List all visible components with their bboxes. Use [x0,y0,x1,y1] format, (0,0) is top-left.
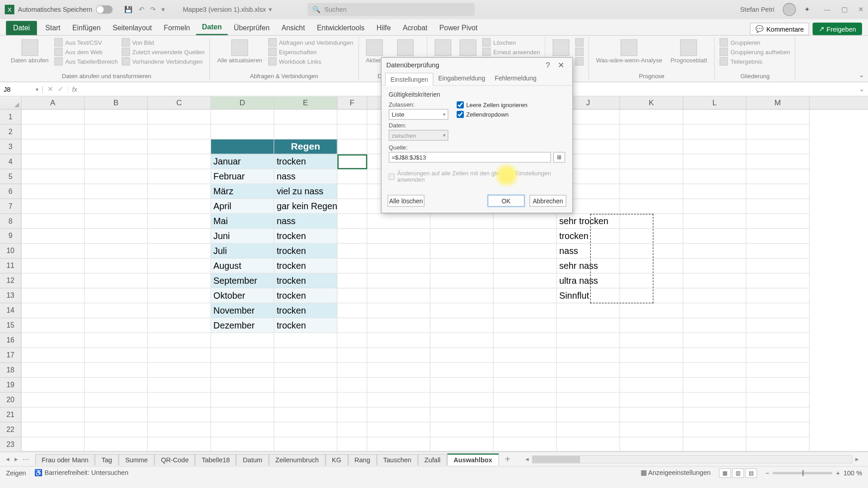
cell[interactable] [85,184,148,199]
cell[interactable] [21,378,85,393]
cell[interactable] [21,363,85,378]
cell[interactable] [85,229,148,244]
cell[interactable] [337,110,367,125]
cell[interactable] [85,378,148,393]
cell[interactable] [21,408,85,422]
cell[interactable] [148,333,211,348]
cell[interactable] [683,333,746,348]
redo-icon[interactable]: ↷ [150,6,156,14]
cell[interactable] [557,318,620,333]
tab-hilfe[interactable]: Hilfe [371,21,397,35]
cell[interactable] [367,437,430,452]
cell[interactable]: Januar [211,155,274,169]
cell[interactable] [148,303,211,318]
cell[interactable] [367,408,430,422]
row-header-13[interactable]: 13 [0,288,21,303]
cell[interactable] [21,125,85,140]
cell[interactable] [430,288,494,303]
cell[interactable] [21,273,85,288]
row-header-4[interactable]: 4 [0,155,21,169]
cell[interactable] [367,393,430,408]
tab-ueberpruefen[interactable]: Überprüfen [228,21,276,35]
row-header-14[interactable]: 14 [0,303,21,318]
cell[interactable] [148,437,211,452]
autosave-toggle[interactable] [96,5,113,14]
row-header-16[interactable]: 16 [0,333,21,348]
cell[interactable] [337,140,367,155]
cell[interactable] [746,155,810,169]
cell[interactable] [494,288,557,303]
row-header-18[interactable]: 18 [0,363,21,378]
cell[interactable] [21,155,85,169]
text-to-columns[interactable] [550,38,571,57]
cell[interactable] [683,184,746,199]
cell[interactable]: Sinnflut [557,288,620,303]
cell[interactable]: Februar [211,169,274,184]
view-page-break-icon[interactable]: ▤ [745,468,757,478]
tab-ansicht[interactable]: Ansicht [275,21,311,35]
existing-connections[interactable]: Vorhandene Verbindungen [121,57,204,66]
col-header-B[interactable]: B [85,97,148,109]
cell[interactable] [746,333,810,348]
cell[interactable] [21,229,85,244]
cell[interactable] [620,258,683,273]
cell[interactable] [337,258,367,273]
ignore-blank-checkbox[interactable]: Leere Zellen ignorieren [457,101,528,108]
cell[interactable]: September [211,273,274,288]
cell[interactable] [430,378,494,393]
cell[interactable] [148,422,211,437]
cell[interactable] [683,422,746,437]
clear-filter[interactable]: Löschen [482,38,540,46]
cell[interactable] [337,318,367,333]
cell[interactable] [148,199,211,214]
dialog-tab-input-message[interactable]: Eingabemeldung [434,72,490,85]
cell[interactable] [367,333,430,348]
from-table[interactable]: Aus Tabelle/Bereich [55,57,118,66]
cell[interactable] [430,408,494,422]
cell[interactable] [557,408,620,422]
cell[interactable] [494,408,557,422]
cell[interactable] [620,229,683,244]
cell[interactable] [620,363,683,378]
cell[interactable] [746,169,810,184]
cell[interactable] [683,244,746,258]
cell[interactable] [620,348,683,363]
dialog-close-icon[interactable]: ✕ [554,61,567,70]
cell[interactable] [274,393,338,408]
cell[interactable] [148,363,211,378]
cell[interactable] [746,303,810,318]
cell[interactable] [85,214,148,229]
cell[interactable] [494,318,557,333]
cell[interactable] [494,348,557,363]
cell[interactable] [85,437,148,452]
cell[interactable] [683,378,746,393]
filename-dropdown-icon[interactable]: ▾ [269,6,272,14]
queries-connections[interactable]: Abfragen und Verbindungen [268,38,353,46]
cell[interactable] [683,155,746,169]
user-name[interactable]: Stefan Petri [740,6,774,13]
hscroll-track[interactable] [532,455,852,463]
sheet-tab[interactable]: Auswahlbox [447,453,499,465]
cell[interactable] [430,258,494,273]
cell[interactable] [367,214,430,229]
from-web[interactable]: Aus dem Web [55,47,118,56]
cell[interactable] [620,199,683,214]
cell[interactable] [557,422,620,437]
cell[interactable] [683,140,746,155]
row-header-22[interactable]: 22 [0,422,21,437]
col-header-L[interactable]: L [683,97,746,109]
cell[interactable] [367,348,430,363]
cell[interactable] [746,408,810,422]
cell[interactable] [337,422,367,437]
cell[interactable] [494,393,557,408]
cell[interactable] [211,333,274,348]
tab-daten[interactable]: Daten [196,20,228,35]
cell[interactable] [620,125,683,140]
cell[interactable] [21,288,85,303]
tab-entwicklertools[interactable]: Entwicklertools [311,21,371,35]
cell[interactable] [620,393,683,408]
cell[interactable] [21,303,85,318]
tab-start[interactable]: Start [39,21,66,35]
cell[interactable]: März [211,184,274,199]
sheet-nav-prev-icon[interactable]: ▸ [14,455,18,463]
